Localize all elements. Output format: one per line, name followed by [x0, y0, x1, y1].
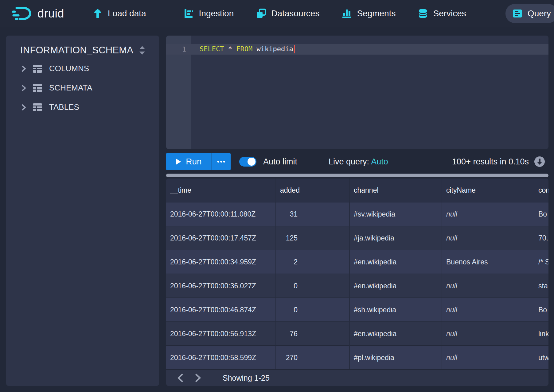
- nav-item-load-data[interactable]: Load data: [86, 4, 153, 23]
- chevron-right-icon: [20, 104, 27, 111]
- double-caret-icon: [138, 45, 146, 56]
- cell-cityname[interactable]: null: [442, 346, 534, 369]
- download-icon: [534, 156, 545, 167]
- cell-comment[interactable]: utw: [534, 346, 548, 369]
- cell-added[interactable]: 0: [276, 274, 350, 298]
- table-icon: [33, 84, 42, 92]
- table-row: 2016-06-27T00:00:36.027Z 0 #en.wikipedia…: [166, 274, 548, 298]
- druid-logo-icon: [12, 6, 33, 21]
- ingestion-icon: [184, 8, 194, 19]
- live-query-value[interactable]: Auto: [371, 157, 388, 166]
- cell-time[interactable]: 2016-06-27T00:00:56.913Z: [166, 322, 276, 346]
- brand[interactable]: druid: [12, 6, 64, 21]
- navbar: druid Load data Ingestion Datasources: [0, 0, 554, 27]
- results-footer: Showing 1-25: [166, 369, 548, 386]
- sidebar-item-tables[interactable]: TABLES: [6, 98, 159, 117]
- column-header-cityname[interactable]: cityName: [442, 179, 534, 202]
- column-header-comment[interactable]: comment: [534, 179, 548, 202]
- results-summary: 100+ results in 0.10s: [452, 157, 529, 167]
- load-data-icon: [92, 8, 103, 19]
- nav-item-datasources[interactable]: Datasources: [249, 4, 326, 23]
- nav-item-services[interactable]: Services: [411, 4, 473, 23]
- cell-channel[interactable]: #sv.wikipedia: [350, 202, 442, 226]
- cell-cityname[interactable]: null: [442, 226, 534, 250]
- live-query-label: Live query:: [329, 157, 369, 166]
- cell-added[interactable]: 270: [276, 346, 350, 369]
- table-row: 2016-06-27T00:00:11.080Z 31 #sv.wikipedi…: [166, 202, 548, 226]
- cell-cityname[interactable]: null: [442, 322, 534, 346]
- table-row: 2016-06-27T00:00:58.599Z 270 #pl.wikiped…: [166, 346, 548, 369]
- ellipsis-icon: •••: [217, 158, 226, 166]
- auto-limit-label[interactable]: Auto limit: [263, 157, 297, 167]
- cell-time[interactable]: 2016-06-27T00:00:36.027Z: [166, 274, 276, 298]
- cell-channel[interactable]: #pl.wikipedia: [350, 346, 442, 369]
- sidebar-item-columns[interactable]: COLUMNS: [6, 59, 159, 78]
- datasources-icon: [256, 8, 266, 19]
- nav-item-label: Services: [433, 9, 466, 18]
- cell-cityname[interactable]: null: [442, 202, 534, 226]
- pagination-status: Showing 1-25: [223, 374, 270, 382]
- text-cursor: [294, 45, 295, 53]
- tree-item-label: SCHEMATA: [49, 83, 92, 93]
- cell-comment[interactable]: 70.: [534, 226, 548, 250]
- cell-channel[interactable]: #en.wikipedia: [350, 250, 442, 274]
- horizontal-scrollbar[interactable]: [166, 174, 548, 177]
- schema-selector[interactable]: INFORMATION_SCHEMA: [6, 36, 159, 59]
- cell-comment[interactable]: /* S: [534, 250, 548, 274]
- cell-cityname[interactable]: null: [442, 274, 534, 298]
- next-page-button[interactable]: [191, 371, 205, 385]
- column-header-time[interactable]: __time: [166, 179, 276, 202]
- sql-editor[interactable]: 1 SELECT * FROM wikipedia: [166, 36, 548, 149]
- chevron-left-icon: [176, 373, 184, 382]
- cell-cityname[interactable]: Buenos Aires: [442, 250, 534, 274]
- chevron-right-icon: [20, 85, 27, 91]
- cell-added[interactable]: 76: [276, 322, 350, 346]
- results-body: 2016-06-27T00:00:11.080Z 31 #sv.wikipedi…: [166, 202, 548, 369]
- cell-channel[interactable]: #en.wikipedia: [350, 322, 442, 346]
- cell-added[interactable]: 0: [276, 298, 350, 322]
- cell-comment[interactable]: Bo: [534, 202, 548, 226]
- chevron-right-icon: [194, 373, 202, 382]
- sql-query-text[interactable]: SELECT * FROM wikipedia: [200, 45, 295, 54]
- column-header-channel[interactable]: channel: [350, 179, 442, 202]
- cell-comment[interactable]: link: [534, 322, 548, 346]
- sidebar-item-schemata[interactable]: SCHEMATA: [6, 78, 159, 98]
- table-row: 2016-06-27T00:00:56.913Z 76 #en.wikipedi…: [166, 322, 548, 346]
- cell-time[interactable]: 2016-06-27T00:00:58.599Z: [166, 346, 276, 369]
- run-button[interactable]: Run: [166, 153, 212, 170]
- cell-time[interactable]: 2016-06-27T00:00:46.874Z: [166, 298, 276, 322]
- auto-limit-toggle[interactable]: [239, 157, 256, 167]
- results-table: __time added channel cityName comment 20…: [166, 179, 548, 386]
- results-header-row: __time added channel cityName comment: [166, 179, 548, 202]
- services-icon: [418, 8, 428, 19]
- cell-time[interactable]: 2016-06-27T00:00:34.959Z: [166, 250, 276, 274]
- query-icon: [512, 8, 523, 19]
- nav-item-label: Load data: [108, 9, 146, 18]
- chevron-right-icon: [20, 65, 27, 72]
- cell-added[interactable]: 2: [276, 250, 350, 274]
- toggle-knob: [248, 158, 256, 166]
- table-row: 2016-06-27T00:00:17.457Z 125 #ja.wikiped…: [166, 226, 548, 250]
- column-header-added[interactable]: added: [276, 179, 350, 202]
- brand-label: druid: [37, 7, 64, 20]
- cell-time[interactable]: 2016-06-27T00:00:17.457Z: [166, 226, 276, 250]
- run-more-button[interactable]: •••: [212, 153, 231, 170]
- cell-comment[interactable]: Bo: [534, 298, 548, 322]
- cell-channel[interactable]: #sh.wikipedia: [350, 298, 442, 322]
- cell-comment[interactable]: sta: [534, 274, 548, 298]
- nav-item-ingestion[interactable]: Ingestion: [177, 4, 241, 23]
- cell-added[interactable]: 31: [276, 202, 350, 226]
- cell-cityname[interactable]: null: [442, 298, 534, 322]
- cell-time[interactable]: 2016-06-27T00:00:11.080Z: [166, 202, 276, 226]
- prev-page-button[interactable]: [174, 371, 187, 385]
- nav-item-query[interactable]: Query: [505, 4, 554, 23]
- nav-item-segments[interactable]: Segments: [335, 4, 402, 23]
- nav-item-label: Segments: [357, 9, 396, 18]
- tree-item-label: TABLES: [49, 102, 79, 112]
- cell-channel[interactable]: #en.wikipedia: [350, 274, 442, 298]
- cell-channel[interactable]: #ja.wikipedia: [350, 226, 442, 250]
- cell-added[interactable]: 125: [276, 226, 350, 250]
- table-icon: [33, 103, 42, 112]
- download-button[interactable]: [534, 156, 545, 167]
- nav-item-label: Datasources: [271, 9, 319, 18]
